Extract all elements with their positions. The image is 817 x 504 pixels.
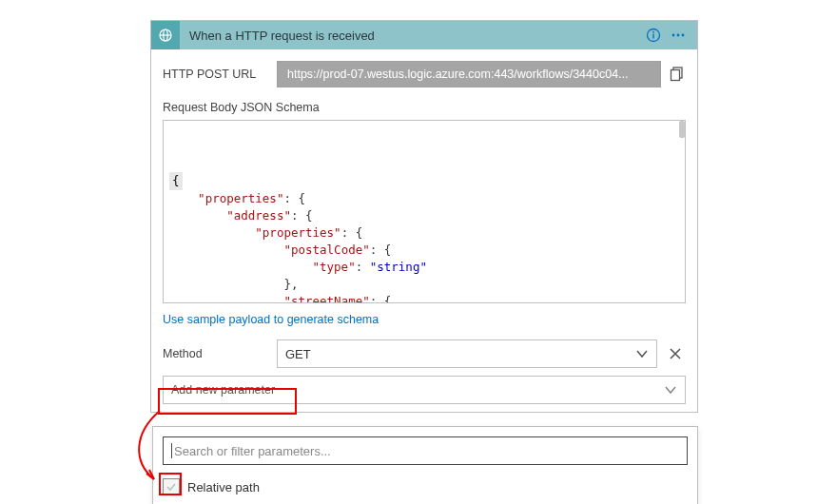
schema-content: { "properties": { "address": { "properti… xyxy=(164,172,685,303)
svg-point-8 xyxy=(682,34,685,37)
card-header[interactable]: When a HTTP request is received xyxy=(151,21,697,49)
chevron-down-icon xyxy=(664,383,677,397)
parameter-search-input[interactable]: Search or filter parameters... xyxy=(163,436,688,465)
add-parameter-dropdown[interactable]: Add new parameter xyxy=(163,376,686,404)
schema-label: Request Body JSON Schema xyxy=(163,101,686,114)
url-label: HTTP POST URL xyxy=(163,68,269,81)
card-title: When a HTTP request is received xyxy=(180,29,646,43)
svg-rect-10 xyxy=(671,70,680,81)
trigger-card: When a HTTP request is received HTTP POS… xyxy=(150,20,698,413)
scrollbar-thumb[interactable] xyxy=(679,121,685,138)
svg-point-7 xyxy=(677,34,680,37)
method-select[interactable]: GET xyxy=(277,339,657,368)
chevron-down-icon xyxy=(635,347,649,360)
relative-path-checkbox[interactable] xyxy=(163,478,180,495)
text-cursor xyxy=(171,443,172,458)
http-trigger-icon xyxy=(151,21,180,49)
option-relative-path[interactable]: Relative path xyxy=(153,475,697,504)
svg-point-4 xyxy=(652,31,654,33)
card-body: HTTP POST URL https://prod-07.westus.log… xyxy=(151,49,697,412)
method-value: GET xyxy=(285,347,311,361)
option-label: Relative path xyxy=(187,480,260,494)
search-placeholder: Search or filter parameters... xyxy=(174,444,331,458)
remove-method-button[interactable] xyxy=(665,343,686,364)
copy-icon[interactable] xyxy=(669,66,686,83)
svg-point-6 xyxy=(672,34,675,37)
schema-textarea[interactable]: { "properties": { "address": { "properti… xyxy=(163,120,686,303)
more-icon[interactable] xyxy=(671,28,686,43)
method-label: Method xyxy=(163,347,269,360)
post-url-value: https://prod-07.westus.logic.azure.com:4… xyxy=(277,61,661,87)
info-icon[interactable] xyxy=(646,28,661,43)
sample-payload-link[interactable]: Use sample payload to generate schema xyxy=(163,313,379,326)
svg-rect-5 xyxy=(652,34,653,39)
parameter-dropdown-panel: Search or filter parameters... Relative … xyxy=(152,426,698,504)
add-parameter-label: Add new parameter xyxy=(171,383,275,397)
